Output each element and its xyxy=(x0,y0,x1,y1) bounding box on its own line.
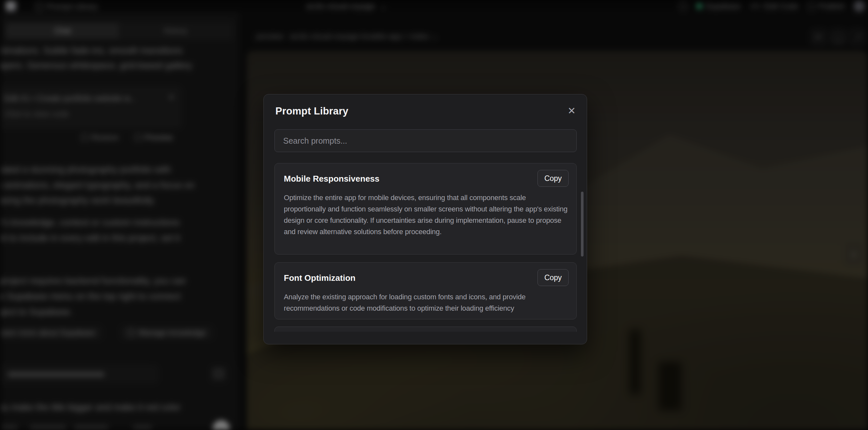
scrollbar-thumb[interactable] xyxy=(581,192,584,256)
prompt-title: Font Optimization xyxy=(284,273,355,283)
app-screen: Prompt Library arctic-visual-voyage ⌄ Su… xyxy=(0,0,868,430)
prompt-body: Analyze the existing approach for loadin… xyxy=(284,291,568,314)
prompt-library-modal: Prompt Library ✕ Mobile Responsiveness C… xyxy=(264,94,587,344)
close-icon[interactable]: ✕ xyxy=(568,106,576,116)
copy-button[interactable]: Copy xyxy=(537,170,568,187)
prompt-body: Optimize the entire app for mobile devic… xyxy=(284,192,568,237)
search-prompts-input[interactable] xyxy=(274,129,577,152)
prompt-card-font-optimization: Font Optimization Copy Analyze the exist… xyxy=(274,262,577,319)
prompt-card-mobile-responsiveness: Mobile Responsiveness Copy Optimize the … xyxy=(274,163,577,254)
prompt-title: Mobile Responsiveness xyxy=(284,174,379,184)
prompt-list: Mobile Responsiveness Copy Optimize the … xyxy=(274,163,577,332)
modal-title: Prompt Library xyxy=(275,105,348,117)
copy-button[interactable]: Copy xyxy=(537,269,568,286)
prompt-card-partial xyxy=(274,327,577,332)
